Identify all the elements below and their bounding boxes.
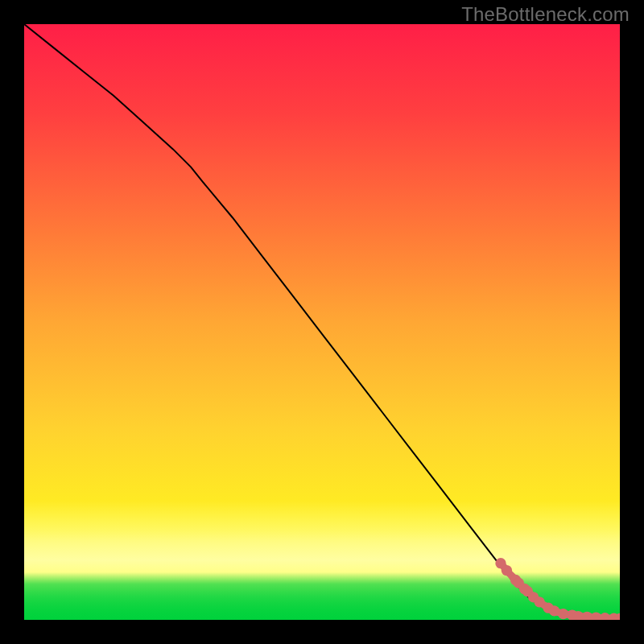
- chart-svg: [24, 24, 620, 620]
- watermark-text: TheBottleneck.com: [461, 3, 630, 26]
- data-point: [502, 565, 512, 576]
- chart-frame: TheBottleneck.com: [0, 0, 644, 644]
- data-point: [534, 597, 544, 607]
- data-points: [495, 558, 620, 620]
- plot-area: [24, 24, 620, 620]
- curve-path: [24, 24, 620, 619]
